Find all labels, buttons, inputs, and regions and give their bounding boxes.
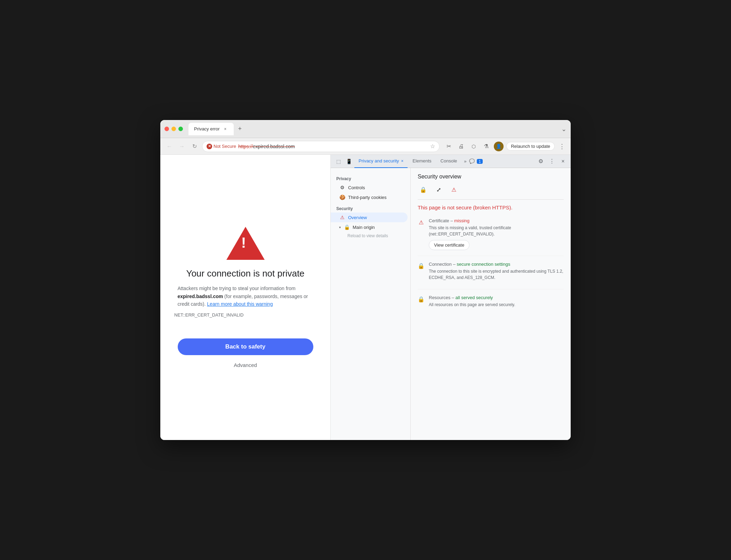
res-lock-icon: 🔒: [418, 296, 425, 303]
cert-desc: This site is missing a valid, trusted ce…: [429, 225, 564, 237]
tab-console[interactable]: Console: [436, 155, 461, 168]
avatar[interactable]: 👤: [494, 142, 504, 151]
sidebar-item-controls[interactable]: ⚙ Controls: [331, 183, 408, 192]
devtools-main-panel: Security overview 🔒 ⤢ ⚠ This page is not…: [411, 168, 571, 440]
relaunch-button[interactable]: Relaunch to update: [506, 142, 555, 151]
conn-content: Connection – secure connection settings …: [429, 262, 564, 283]
error-title: Your connection is not private: [186, 268, 304, 279]
title-bar: Privacy error × + ⌄: [160, 120, 571, 138]
collapse-icon: ▾: [339, 225, 341, 229]
devtools-close-button[interactable]: ×: [558, 157, 568, 166]
security-overview: Security overview 🔒 ⤢ ⚠ This page is not…: [411, 168, 571, 327]
not-secure-label: Not Secure: [214, 144, 236, 149]
forward-button[interactable]: →: [177, 142, 187, 151]
res-content: Resources – all served securely All reso…: [429, 295, 564, 311]
sidebar-item-main-origin[interactable]: ▾ 🔒 Main origin: [331, 222, 408, 232]
not-secure-badge[interactable]: ✕ Not Secure: [207, 144, 236, 149]
lock-icon-btn[interactable]: 🔒: [418, 184, 429, 195]
connection-check: 🔒 Connection – secure connection setting…: [418, 262, 564, 289]
tab-privacy-and-security[interactable]: Privacy and security ×: [354, 155, 408, 168]
conn-title: Connection – secure connection settings: [429, 262, 564, 267]
device-icon[interactable]: 📱: [344, 157, 354, 166]
cast-icon[interactable]: ⬡: [469, 142, 479, 151]
conn-lock-icon: 🔒: [418, 262, 425, 269]
sidebar-reload-details[interactable]: Reload to view details: [331, 232, 410, 240]
back-button[interactable]: ←: [164, 142, 174, 151]
tab-bar: Privacy error × +: [188, 123, 559, 135]
sidebar-item-overview[interactable]: ⚠ Overview: [331, 213, 408, 222]
error-page: Your connection is not private Attackers…: [160, 155, 331, 440]
browser-window: Privacy error × + ⌄ ← → ↻ ✕ Not Secure h…: [160, 120, 571, 440]
devtools-body: Privacy ⚙ Controls 🍪 Third-party cookies…: [331, 168, 571, 440]
sidebar-item-third-party-cookies[interactable]: 🍪 Third-party cookies: [331, 192, 408, 202]
privacy-tab-close[interactable]: ×: [401, 159, 403, 163]
refresh-button[interactable]: ↻: [190, 142, 199, 151]
bookmark-icon[interactable]: ☆: [430, 143, 435, 150]
address-bar[interactable]: ✕ Not Secure https://expired.badssl.com …: [202, 141, 440, 152]
fullscreen-traffic-light[interactable]: [178, 127, 183, 131]
error-description: Attackers might be trying to steal your …: [178, 285, 313, 308]
tab-elements[interactable]: Elements: [408, 155, 435, 168]
devtools-tabbar: ⬚ 📱 Privacy and security × Elements Cons…: [331, 155, 571, 168]
cert-content: Certificate – missing This site is missi…: [429, 218, 564, 250]
devtools-right-icons: ⚙ ⋮ ×: [536, 157, 568, 166]
res-desc: All resources on this page are served se…: [429, 302, 564, 308]
conn-desc: The connection to this site is encrypted…: [429, 268, 564, 281]
traffic-lights: [164, 127, 183, 131]
cert-warning-icon: ⚠: [418, 219, 425, 226]
cert-title: Certificate – missing: [429, 218, 564, 223]
address-url-protocol: https://expired.badssl.com: [238, 144, 295, 149]
tab-dropdown-button[interactable]: ⌄: [561, 125, 567, 133]
certificate-check: ⚠ Certificate – missing This site is mis…: [418, 218, 564, 256]
security-overview-title: Security overview: [418, 174, 564, 180]
security-status-text: This page is not secure (broken HTTPS).: [418, 204, 564, 211]
security-section-title: Security: [331, 205, 410, 213]
active-tab[interactable]: Privacy error ×: [188, 123, 234, 135]
warning-icon-btn[interactable]: ⚠: [448, 184, 459, 195]
address-bar-icons: ☆: [430, 143, 435, 150]
labs-icon[interactable]: ⚗: [481, 142, 491, 151]
res-title: Resources – all served securely: [429, 295, 564, 300]
expand-icon-btn[interactable]: ⤢: [433, 184, 444, 195]
close-traffic-light[interactable]: [164, 127, 169, 131]
more-tabs-button[interactable]: »: [462, 157, 468, 165]
privacy-section-title: Privacy: [331, 175, 410, 183]
advanced-link[interactable]: Advanced: [234, 362, 257, 368]
error-warning-icon: [226, 227, 265, 260]
resources-check: 🔒 Resources – all served securely All re…: [418, 295, 564, 316]
back-to-safety-button[interactable]: Back to safety: [178, 338, 313, 355]
tab-label: Privacy error: [194, 126, 220, 131]
tab-close-button[interactable]: ×: [223, 126, 228, 132]
inspector-icon[interactable]: ⬚: [334, 157, 343, 166]
origin-lock-icon: 🔒: [344, 224, 350, 230]
nav-bar: ← → ↻ ✕ Not Secure https://expired.badss…: [160, 138, 571, 155]
error-code: NET::ERR_CERT_DATE_INVALID: [174, 312, 243, 318]
print-icon[interactable]: 🖨: [456, 142, 466, 151]
learn-more-link[interactable]: Learn more about this warning: [207, 301, 273, 307]
nav-actions: ✂ 🖨 ⬡ ⚗ 👤 Relaunch to update ⋮: [444, 142, 567, 151]
res-status: all served securely: [456, 295, 493, 300]
controls-icon: ⚙: [339, 185, 345, 190]
not-secure-icon: ✕: [207, 144, 212, 149]
view-certificate-button[interactable]: View certificate: [429, 240, 469, 250]
cookies-icon: 🍪: [339, 194, 345, 200]
devtools-settings-button[interactable]: ⚙: [536, 157, 546, 166]
minimize-traffic-light[interactable]: [171, 127, 176, 131]
new-tab-button[interactable]: +: [235, 124, 245, 134]
devtools-sidebar: Privacy ⚙ Controls 🍪 Third-party cookies…: [331, 168, 411, 440]
overview-warning-icon: ⚠: [339, 215, 345, 220]
warning-triangle: [226, 227, 265, 260]
scissors-icon[interactable]: ✂: [444, 142, 453, 151]
chrome-menu-button[interactable]: ⋮: [557, 143, 567, 150]
conn-status: secure connection settings: [457, 262, 510, 267]
console-badge: 1: [477, 159, 482, 164]
devtools-panel: ⬚ 📱 Privacy and security × Elements Cons…: [331, 155, 571, 440]
security-icons-row: 🔒 ⤢ ⚠: [418, 184, 564, 200]
cert-status: missing: [454, 218, 469, 223]
main-content: Your connection is not private Attackers…: [160, 155, 571, 440]
devtools-menu-button[interactable]: ⋮: [547, 157, 557, 166]
